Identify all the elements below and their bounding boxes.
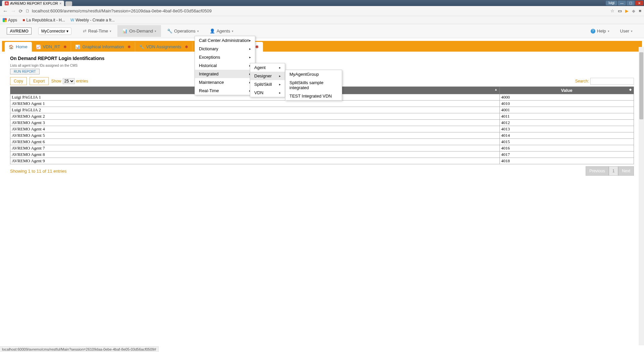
arrow-right-icon: ▸ (279, 82, 281, 86)
bookmark-star-icon[interactable]: ☆ (610, 8, 614, 13)
app-navbar: AVREMO MyConnector ▾ ⇄ Real-Time ▾ 📊 On-… (0, 24, 644, 38)
window-maximize-icon[interactable]: ☐ (627, 1, 635, 5)
arrow-right-icon: ▸ (249, 39, 251, 42)
menu-item-test-integrated-vdn[interactable]: TEST Integrated VDN (285, 92, 342, 100)
tab-home[interactable]: 🏠 Home (5, 42, 32, 52)
next-button[interactable]: Next (618, 166, 634, 176)
home-icon: 🏠 (9, 45, 14, 49)
table-row: AVREMO Agent 54014 (10, 132, 634, 139)
caret-down-icon: ▾ (608, 30, 609, 33)
table-row: AVREMO Agent 74016 (10, 145, 634, 152)
cell-name: Luigi PAGLIA 2 (10, 107, 500, 113)
nav-help[interactable]: ? Help ▾ (586, 25, 614, 37)
apps-button[interactable]: Apps (3, 18, 17, 22)
sort-icon: ◆ (629, 88, 632, 91)
reload-icon[interactable]: ⟳ (19, 8, 23, 14)
arrow-right-icon: ▸ (279, 66, 281, 69)
cell-name: AVREMO Agent 4 (10, 126, 500, 132)
nav-ondemand[interactable]: 📊 On-Demand ▾ (117, 25, 161, 37)
menu-item-callcenter[interactable]: Call Center Administration▸ (195, 36, 255, 45)
cell-name: AVREMO Agent 6 (10, 139, 500, 145)
bookmark-item[interactable]: ■La Repubblica.it - H... (22, 18, 65, 22)
menu-item-realtime[interactable]: Real-Time▸ (195, 86, 255, 95)
back-icon[interactable]: ← (3, 8, 8, 14)
column-header-value[interactable]: Value◆ (500, 87, 634, 94)
browser-toolbar: ← → ⟳ 🗋 localhost:60009/avremo/cms/restf… (0, 6, 644, 16)
cell-name: AVREMO Agent 5 (10, 132, 500, 139)
table-footer: Showing 1 to 11 of 11 entries Previous 1… (10, 166, 634, 176)
tab-vdn-rt[interactable]: 📈 VDN_RT ✱ (32, 42, 71, 52)
ondemand-menu: Call Center Administration▸ Dictionary▸ … (195, 36, 255, 95)
favicon-icon: A (5, 1, 9, 5)
menu-item-exceptions[interactable]: Exceptions▸ (195, 53, 255, 61)
caret-down-icon: ▾ (631, 30, 633, 33)
browser-tab[interactable]: A AVREMO REPORT EXPLOR × (2, 1, 64, 6)
tab-close-icon[interactable]: ✱ (255, 45, 259, 49)
report-description: Lists all agent login IDs assigned on th… (10, 64, 634, 67)
search-label: Search: (575, 79, 589, 83)
designer-menu: MyAgentGroup SplitSkills sample integrat… (285, 70, 342, 101)
arrow-right-icon: ▸ (249, 55, 251, 59)
showing-info: Showing 1 to 11 of 11 entries (10, 169, 66, 174)
window-close-icon[interactable]: ✕ (635, 1, 643, 5)
device-icon[interactable]: ▭ (618, 8, 622, 13)
cell-value: 4001 (500, 107, 634, 113)
bookmark-item[interactable]: WWeebly - Create a fr... (70, 18, 115, 22)
nav-user[interactable]: User ▾ (615, 25, 637, 37)
tab-close-icon[interactable]: ✱ (127, 45, 131, 49)
prev-button[interactable]: Previous (586, 166, 609, 176)
run-report-button[interactable]: RUN REPORT (10, 69, 40, 74)
tab-vdn-assignments[interactable]: 🔧 VDN Assignments ✱ (135, 42, 193, 52)
menu-icon[interactable]: ≡ (639, 8, 641, 13)
caret-down-icon: ▾ (197, 30, 199, 33)
menu-item-designer[interactable]: Designer▸ (250, 72, 285, 80)
url-text: localhost:60009/avremo/cms/restful/Main?… (32, 8, 212, 13)
scrollbar-thumb[interactable] (639, 52, 643, 119)
report-title: On Demand REPORT Login Identifications (10, 56, 634, 61)
show-entries: Show 25 entries (51, 78, 88, 84)
nav-realtime[interactable]: ⇄ Real-Time ▾ (78, 25, 116, 37)
tab-graphical-info[interactable]: 📊 Graphical Information ✱ (71, 42, 135, 52)
tab-close-icon[interactable]: × (59, 1, 61, 5)
new-tab-button[interactable] (65, 1, 72, 6)
menu-item-agent[interactable]: Agent▸ (250, 63, 285, 72)
cell-name: AVREMO Agent 7 (10, 145, 500, 152)
menu-item-maintenance[interactable]: Maintenance▸ (195, 78, 255, 86)
page-icon: 🗋 (25, 8, 30, 13)
tab-close-icon[interactable]: ✱ (63, 45, 67, 49)
cell-value: 4000 (500, 94, 634, 101)
menu-item-vdn[interactable]: VDN▸ (250, 89, 285, 97)
page-1-button[interactable]: 1 (609, 166, 619, 176)
search-input[interactable] (590, 78, 634, 85)
table-row: AVREMO Agent 24011 (10, 113, 634, 120)
nav-agents[interactable]: 👤 Agents ▾ (205, 25, 238, 37)
pager: Previous 1 Next (586, 166, 634, 176)
menu-item-dictionary[interactable]: Dictionary▸ (195, 45, 255, 53)
menu-item-historical[interactable]: Historical▸ (195, 61, 255, 70)
wrench-icon: 🔧 (139, 45, 144, 49)
vertical-scrollbar[interactable] (639, 47, 644, 180)
table-row: AVREMO Agent 14010 (10, 101, 634, 107)
nav-operations[interactable]: 🔧 Operations ▾ (162, 25, 204, 37)
browser-titlebar: A AVREMO REPORT EXPLOR × luigi — ☐ ✕ (0, 0, 644, 6)
menu-item-splitskills-sample[interactable]: SplitSkills sample integrated (285, 78, 342, 92)
menu-item-myagentgroup[interactable]: MyAgentGroup (285, 70, 342, 78)
tab-close-icon[interactable]: ✱ (185, 45, 188, 49)
window-minimize-icon[interactable]: — (618, 1, 626, 5)
extension-icon[interactable]: ◆ (632, 8, 635, 13)
play-icon[interactable]: ▶ (625, 8, 629, 13)
address-bar[interactable]: 🗋 localhost:60009/avremo/cms/restful/Mai… (25, 8, 608, 13)
cell-value: 4016 (500, 145, 634, 152)
cell-name: AVREMO Agent 2 (10, 113, 500, 120)
export-button[interactable]: Export (30, 77, 49, 85)
search-box: Search: (575, 78, 634, 85)
bookmark-favicon-icon: ■ (22, 18, 25, 22)
menu-item-integrated[interactable]: Integrated▸ (195, 70, 255, 78)
menu-item-splitskill[interactable]: Split/Skill▸ (250, 80, 285, 89)
table-row: AVREMO Agent 84017 (10, 152, 634, 158)
user-badge[interactable]: luigi (606, 1, 617, 5)
connector-dropdown[interactable]: MyConnector ▾ (38, 27, 71, 35)
page-size-select[interactable]: 25 (63, 78, 75, 84)
copy-button[interactable]: Copy (10, 77, 27, 85)
cell-name: AVREMO Agent 3 (10, 120, 500, 126)
